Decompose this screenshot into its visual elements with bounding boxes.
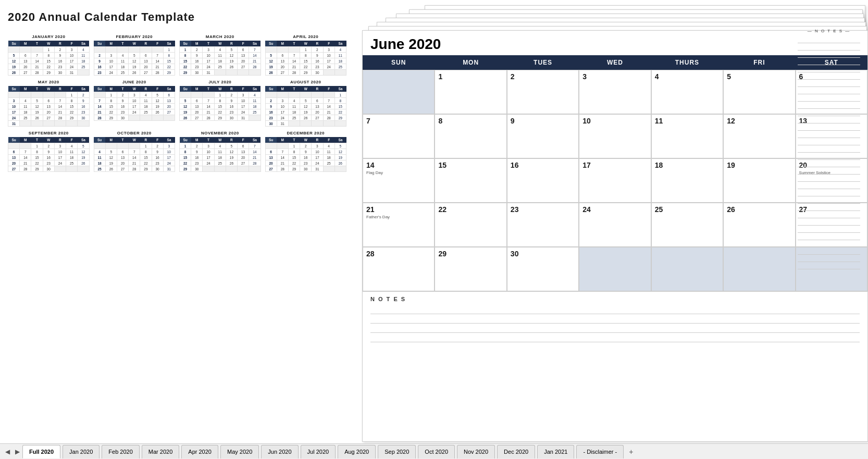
tab-dec-2020[interactable]: Dec 2020 <box>497 445 535 458</box>
june-full-title: June 2020 <box>363 31 867 55</box>
june-cell-4-0: 28 <box>363 247 435 291</box>
mini-month-11: DECEMBER 2020SuMTWRFSa123456789101112131… <box>265 131 347 172</box>
mini-month-8: SEPTEMBER 2020SuMTWRFSa12345678910111213… <box>8 131 90 172</box>
annual-title: 2020 Annual Calendar Template <box>8 10 346 24</box>
june-grid: 1234567891011121314Flag Day151617181920S… <box>363 70 867 291</box>
mini-month-6: JULY 2020SuMTWRFSa1234567891011121314151… <box>179 80 261 127</box>
june-cell-3-5: 26 <box>723 203 795 247</box>
june-cell-2-5: 19 <box>723 158 795 203</box>
tab-oct-2020[interactable]: Oct 2020 <box>418 445 455 458</box>
june-cell-4-3 <box>579 247 651 291</box>
tab---disclaimer--[interactable]: - Disclaimer - <box>576 445 624 458</box>
tab-may-2020[interactable]: May 2020 <box>220 445 259 458</box>
mini-month-4: MAY 2020SuMTWRFSa12345678910111213141516… <box>8 80 90 127</box>
tab-sep-2020[interactable]: Sep 2020 <box>378 445 416 458</box>
holiday-label: Flag Day <box>366 170 431 175</box>
mini-month-10: NOVEMBER 2020SuMTWRFSa123456789101112131… <box>179 131 261 172</box>
june-full-header: SUNMONTUESWEDTHURSFRISAT <box>363 55 867 70</box>
june-cell-2-1: 15 <box>435 158 506 203</box>
monthly-stack: January 2020 SUN MON TUES WED THURS FRI … <box>362 5 868 430</box>
notes-lines <box>798 36 860 269</box>
mini-month-5: JUNE 2020SuMTWRFSa1234567891011121314151… <box>94 80 176 127</box>
tab-aug-2020[interactable]: Aug 2020 <box>338 445 376 458</box>
june-header-cell-fri: FRI <box>723 55 795 70</box>
june-cell-0-1: 1 <box>435 70 506 114</box>
june-header-cell-sun: SUN <box>363 55 435 70</box>
tab-full-2020[interactable]: Full 2020 <box>22 445 60 458</box>
june-cell-2-3: 17 <box>579 158 651 203</box>
june-cell-1-1: 8 <box>435 114 506 158</box>
june-cell-0-3: 3 <box>579 70 651 114</box>
tab-apr-2020[interactable]: Apr 2020 <box>181 445 218 458</box>
tab-jan-2020[interactable]: Jan 2020 <box>63 445 100 458</box>
tab-jun-2020[interactable]: Jun 2020 <box>261 445 298 458</box>
spreadsheet-area: 2020 Annual Calendar Template JANUARY 20… <box>0 0 868 443</box>
june-cell-3-4: 25 <box>651 203 723 247</box>
june-cell-0-0 <box>363 70 435 114</box>
tab-jul-2020[interactable]: Jul 2020 <box>301 445 336 458</box>
june-notes-label: N O T E S <box>370 296 860 302</box>
mini-month-9: OCTOBER 2020SuMTWRFSa1234567891011121314… <box>94 131 176 172</box>
june-notes-rows <box>370 305 860 342</box>
june-cell-3-1: 22 <box>435 203 506 247</box>
june-cell-1-4: 11 <box>651 114 723 158</box>
june-weeks-grid: 1234567891011121314Flag Day151617181920S… <box>363 70 867 291</box>
june-header-cell-tues: TUES <box>507 55 579 70</box>
june-header-cell-wed: WED <box>579 55 651 70</box>
june-cell-4-2: 30 <box>507 247 579 291</box>
tab-scroll-right[interactable]: ▶ <box>13 448 22 455</box>
tab-bar: ◀ ▶ Full 2020Jan 2020Feb 2020Mar 2020Apr… <box>0 443 868 459</box>
june-header-cell-mon: MON <box>435 55 506 70</box>
june-cell-1-0: 7 <box>363 114 435 158</box>
mini-month-3: APRIL 2020SuMTWRFSa123456789101112131415… <box>265 34 347 76</box>
app-container: 2020 Annual Calendar Template JANUARY 20… <box>0 0 868 459</box>
annual-overview: 2020 Annual Calendar Template JANUARY 20… <box>0 0 354 427</box>
tab-feb-2020[interactable]: Feb 2020 <box>102 445 139 458</box>
june-notes-area: N O T E S <box>363 291 867 346</box>
notes-section: — N O T E S — <box>798 29 860 269</box>
june-cell-0-4: 4 <box>651 70 723 114</box>
holiday-label: Father's Day <box>366 215 431 219</box>
june-cell-0-5: 5 <box>723 70 795 114</box>
june-cell-3-0: 21Father's Day <box>363 203 435 247</box>
june-cell-4-5 <box>723 247 795 291</box>
mini-month-2: MARCH 2020SuMTWRFSa123456789101112131415… <box>179 34 261 76</box>
mini-month-7: AUGUST 2020SuMTWRFSa12345678910111213141… <box>265 80 347 127</box>
tab-scroll-left[interactable]: ◀ <box>3 448 13 455</box>
june-cell-3-2: 23 <box>507 203 579 247</box>
june-cell-4-1: 29 <box>435 247 506 291</box>
add-tab-button[interactable]: + <box>625 448 637 456</box>
june-cell-1-5: 12 <box>723 114 795 158</box>
june-cell-3-3: 24 <box>579 203 651 247</box>
june-cell-1-2: 9 <box>507 114 579 158</box>
tab-jan-2021[interactable]: Jan 2021 <box>537 445 574 458</box>
june-cell-4-4 <box>651 247 723 291</box>
june-cell-2-2: 16 <box>507 158 579 203</box>
mini-month-0: JANUARY 2020SuMTWRFSa1234567891011121314… <box>8 34 90 76</box>
june-cell-1-3: 10 <box>579 114 651 158</box>
tab-list: Full 2020Jan 2020Feb 2020Mar 2020Apr 202… <box>22 445 625 458</box>
june-header-cell-thurs: THURS <box>651 55 723 70</box>
months-grid: JANUARY 2020SuMTWRFSa1234567891011121314… <box>8 34 346 172</box>
mini-month-1: FEBRUARY 2020SuMTWRFSa123456789101112131… <box>94 34 176 76</box>
june-cell-2-4: 18 <box>651 158 723 203</box>
june-cell-0-2: 2 <box>507 70 579 114</box>
notes-title: — N O T E S — <box>798 29 860 33</box>
june-cell-2-0: 14Flag Day <box>363 158 435 203</box>
june-full-calendar: June 2020 SUNMONTUESWEDTHURSFRISAT 12345… <box>362 30 868 442</box>
tab-nov-2020[interactable]: Nov 2020 <box>457 445 495 458</box>
tab-mar-2020[interactable]: Mar 2020 <box>142 445 179 458</box>
